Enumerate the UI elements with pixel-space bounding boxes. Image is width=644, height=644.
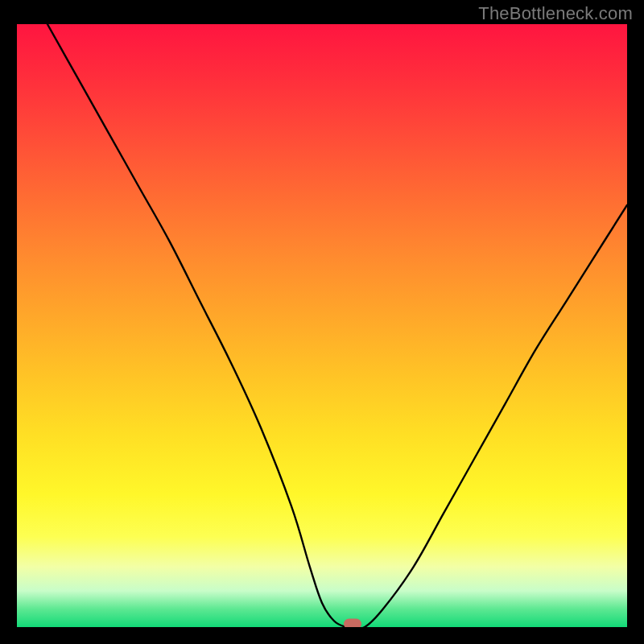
marker-icon — [344, 619, 361, 627]
chart-frame: TheBottleneck.com — [0, 0, 644, 644]
background-gradient — [17, 24, 627, 627]
watermark-text: TheBottleneck.com — [478, 3, 633, 24]
plot-area — [17, 24, 627, 627]
